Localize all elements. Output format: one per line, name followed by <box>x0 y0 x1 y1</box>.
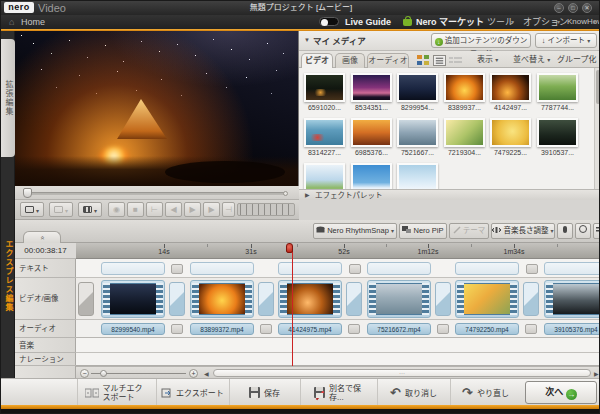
previous-frame-button[interactable]: ◀ <box>165 202 182 217</box>
import-button[interactable]: ↓ インポート ▾ <box>535 33 597 48</box>
transition-slot[interactable] <box>346 282 362 316</box>
menu-sort[interactable]: 並べ替え ▾ <box>513 51 550 69</box>
media-item[interactable] <box>351 163 392 189</box>
media-item[interactable] <box>304 163 345 189</box>
scroll-left-icon[interactable]: ◀ <box>204 370 209 377</box>
mark-out-button[interactable]: ⊣ <box>222 202 235 217</box>
media-item[interactable] <box>490 118 531 147</box>
audio-link-icon[interactable] <box>348 324 360 334</box>
audio-link-icon[interactable] <box>260 324 272 334</box>
menu-options[interactable]: オプション <box>523 15 568 29</box>
track-label-text[interactable]: テキスト <box>15 259 76 278</box>
video-clip[interactable] <box>190 280 254 318</box>
undo-button[interactable]: ↶取り消し <box>377 379 449 406</box>
text-placeholder[interactable] <box>190 262 254 275</box>
track-options-button[interactable]: ▾ <box>593 223 600 239</box>
stop-button[interactable]: ■ <box>127 202 144 217</box>
menu-home[interactable]: Home <box>21 15 45 29</box>
transition-slot[interactable] <box>435 282 451 316</box>
list-view-icon[interactable] <box>433 55 446 66</box>
effect-palette-bar[interactable]: ▶ エフェクトパレット <box>299 189 600 200</box>
timeline-scrollbar[interactable]: ··· <box>213 369 591 377</box>
media-collapse-icon[interactable]: ▼ <box>304 37 310 43</box>
export-button[interactable]: エクスポート <box>156 379 228 406</box>
text-placeholder[interactable] <box>455 262 519 275</box>
media-item[interactable] <box>537 118 578 147</box>
jog-shuttle[interactable] <box>237 203 295 216</box>
redo-button[interactable]: ↷やり直し <box>450 379 520 406</box>
detail-view-icon[interactable] <box>449 55 462 66</box>
menu-tools[interactable]: ツール <box>487 15 514 29</box>
media-item[interactable] <box>490 73 531 102</box>
microphone-button[interactable] <box>557 223 573 239</box>
audio-clip[interactable]: 74792250.mp4 <box>455 323 519 335</box>
maximize-button[interactable]: □ <box>568 3 578 13</box>
text-placeholder[interactable] <box>544 262 600 275</box>
video-clip[interactable] <box>278 280 342 318</box>
audio-link-icon[interactable] <box>171 324 183 334</box>
minimize-button[interactable]: – <box>554 3 564 13</box>
media-item[interactable] <box>537 73 578 102</box>
text-placeholder[interactable] <box>367 262 431 275</box>
video-clip[interactable] <box>455 280 519 318</box>
grid-view-button[interactable]: ▾ <box>78 202 102 217</box>
media-item[interactable] <box>397 163 438 189</box>
audio-clip[interactable]: 82999540.mp4 <box>101 323 165 335</box>
transition-slot[interactable] <box>169 282 185 316</box>
play-button[interactable]: ▶ <box>184 202 201 217</box>
download-content-button[interactable]: ↓ 追加コンテンツのダウンロード <box>431 33 531 48</box>
video-clip[interactable] <box>101 280 165 318</box>
audio-clip[interactable]: 41424975.mp4 <box>278 323 342 335</box>
tab-audio[interactable]: オーディオ <box>367 53 409 68</box>
track-label-audio[interactable]: オーディオ <box>15 320 76 338</box>
media-item[interactable] <box>397 73 438 102</box>
media-item[interactable] <box>444 73 485 102</box>
tab-advanced-editing[interactable]: 拡張編集 <box>1 39 15 157</box>
nero-pip-button[interactable]: Nero PiP <box>399 223 447 239</box>
seek-track[interactable] <box>27 192 285 195</box>
audio-clip[interactable]: 75216672.mp4 <box>367 323 431 335</box>
duration-button[interactable] <box>575 223 591 239</box>
live-guide-toggle[interactable] <box>319 17 339 26</box>
tab-express-editing[interactable]: エクスプレス編集 <box>1 211 15 341</box>
menu-market[interactable]: Nero マーケット <box>416 15 484 29</box>
media-scrollbar[interactable] <box>594 68 600 189</box>
transition-slot[interactable] <box>78 282 94 316</box>
transition-slot[interactable] <box>523 282 539 316</box>
track-label-video[interactable]: ビデオ/画像 <box>15 278 76 320</box>
menu-display[interactable]: 表示 ▾ <box>477 51 498 69</box>
text-connector-icon[interactable] <box>349 264 361 274</box>
seek-thumb[interactable] <box>23 188 32 198</box>
tab-video[interactable]: ビデオ <box>301 53 333 68</box>
text-placeholder[interactable] <box>278 262 342 275</box>
narration-track[interactable] <box>76 353 600 366</box>
timeline-ruler[interactable]: 14s 31s 52s 1m12s 1m34s <box>76 243 600 259</box>
playhead-pin[interactable] <box>286 243 293 253</box>
media-item[interactable] <box>304 118 345 147</box>
audio-clip[interactable]: 83899372.mp4 <box>190 323 254 335</box>
save-as-button[interactable]: 別名で保存... <box>300 379 376 406</box>
media-item[interactable] <box>304 73 345 102</box>
text-connector-icon[interactable] <box>171 264 183 274</box>
media-item[interactable] <box>351 73 392 102</box>
multi-export-button[interactable]: マルチエクスポート <box>77 379 155 406</box>
video-clip[interactable] <box>544 280 600 318</box>
music-track[interactable] <box>76 338 600 353</box>
zoom-in-button[interactable]: + <box>189 369 198 378</box>
zoom-slider-thumb[interactable] <box>100 370 107 377</box>
text-connector-icon[interactable] <box>526 264 538 274</box>
media-item[interactable] <box>351 118 392 147</box>
menu-live-guide[interactable]: Live Guide <box>345 15 391 29</box>
theme-button[interactable]: テーマ <box>449 223 489 239</box>
next-button[interactable]: 次へ → <box>525 381 597 404</box>
thumbnail-view-icon[interactable] <box>417 55 430 66</box>
next-frame-button[interactable]: ▶ <box>203 202 220 217</box>
track-label-narration[interactable]: ナレーション <box>15 353 76 366</box>
display-mode-button[interactable]: ▾ <box>20 202 44 217</box>
zoom-out-button[interactable]: − <box>80 369 89 378</box>
audio-link-icon[interactable] <box>437 324 449 334</box>
audio-clip[interactable]: 39105376.mp4 <box>544 323 600 335</box>
rhythmsnap-button[interactable]: Nero RhythmSnap ▾ <box>313 223 397 239</box>
scroll-right-icon[interactable]: ▶ <box>594 370 599 377</box>
audio-link-icon[interactable] <box>525 324 537 334</box>
